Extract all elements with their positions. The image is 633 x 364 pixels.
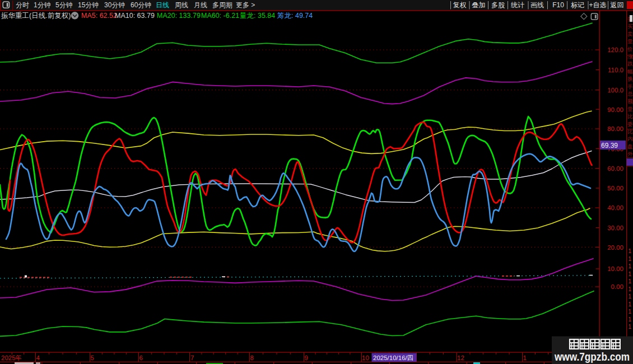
svg-text:1: 1 bbox=[523, 354, 527, 361]
svg-text:更多 >: 更多 > bbox=[236, 1, 255, 9]
svg-text:2025/10/16/四: 2025/10/16/四 bbox=[373, 354, 413, 361]
svg-text:12: 12 bbox=[457, 354, 464, 361]
svg-text:60.00: 60.00 bbox=[607, 165, 623, 172]
svg-text:120.0: 120.0 bbox=[607, 46, 623, 53]
svg-text:内: 内 bbox=[627, 136, 633, 142]
svg-text:60分钟: 60分钟 bbox=[131, 1, 151, 9]
svg-text:10.00: 10.00 bbox=[607, 265, 623, 272]
svg-text:90.00: 90.00 bbox=[607, 106, 623, 113]
svg-text:外: 外 bbox=[627, 151, 633, 157]
svg-text:比: 比 bbox=[627, 113, 633, 119]
svg-text:1: 1 bbox=[629, 263, 632, 269]
svg-text:多周期: 多周期 bbox=[212, 1, 232, 9]
svg-text:标记: 标记 bbox=[571, 1, 584, 9]
svg-text:1: 1 bbox=[629, 256, 632, 262]
svg-text:多股: 多股 bbox=[491, 1, 505, 9]
svg-text:筹龙: 49.74: 筹龙: 49.74 bbox=[277, 12, 313, 20]
svg-text:幅: 幅 bbox=[627, 68, 633, 74]
svg-text:MA20: 133.79: MA20: 133.79 bbox=[157, 12, 201, 20]
svg-text:100.0: 100.0 bbox=[607, 87, 623, 94]
svg-text:MA60: -6.21: MA60: -6.21 bbox=[201, 12, 239, 20]
svg-text:委: 委 bbox=[627, 121, 633, 127]
svg-text:量龙: 35.84: 量龙: 35.84 bbox=[240, 12, 275, 20]
svg-text:1分钟: 1分钟 bbox=[34, 1, 51, 9]
svg-text:15分钟: 15分钟 bbox=[78, 1, 99, 9]
svg-text:返回: 返回 bbox=[611, 1, 624, 9]
svg-text:30.00: 30.00 bbox=[607, 225, 623, 231]
svg-text:周线: 周线 bbox=[175, 1, 188, 9]
svg-text:统计: 统计 bbox=[511, 1, 524, 9]
svg-text:1: 1 bbox=[629, 286, 632, 292]
svg-text:量: 量 bbox=[627, 106, 633, 112]
svg-text:6: 6 bbox=[139, 354, 143, 361]
svg-text:www.7gpzb.com: www.7gpzb.com bbox=[554, 351, 630, 363]
svg-text:1: 1 bbox=[629, 248, 632, 254]
svg-text:30分钟: 30分钟 bbox=[104, 1, 125, 9]
svg-text:50.00: 50.00 bbox=[607, 185, 623, 192]
svg-text:1: 1 bbox=[629, 301, 632, 307]
svg-text:卖: 卖 bbox=[627, 31, 633, 37]
svg-text:额: 额 bbox=[627, 98, 633, 104]
svg-text:价: 价 bbox=[627, 46, 633, 52]
svg-text:4: 4 bbox=[36, 354, 40, 361]
svg-text:40.00: 40.00 bbox=[607, 204, 623, 211]
svg-text:8: 8 bbox=[250, 354, 254, 361]
svg-text:画线: 画线 bbox=[530, 1, 544, 9]
svg-text:1: 1 bbox=[629, 271, 632, 277]
svg-text:69.39: 69.39 bbox=[601, 142, 618, 150]
svg-text:MA5: 62.52: MA5: 62.52 bbox=[81, 12, 117, 20]
svg-text:盘: 盘 bbox=[627, 143, 633, 150]
svg-text:80.00: 80.00 bbox=[607, 125, 623, 132]
svg-text:MA10: 63.79: MA10: 63.79 bbox=[115, 12, 155, 20]
svg-text:20.00: 20.00 bbox=[607, 244, 623, 251]
svg-text:9: 9 bbox=[305, 354, 308, 361]
svg-text:跌: 跌 bbox=[627, 60, 633, 67]
svg-text:换: 换 bbox=[627, 76, 633, 82]
svg-text:10: 10 bbox=[362, 354, 369, 361]
svg-text:1: 1 bbox=[629, 316, 632, 323]
svg-text:5分钟: 5分钟 bbox=[55, 1, 73, 9]
svg-text:1: 1 bbox=[629, 278, 632, 284]
svg-text:总: 总 bbox=[627, 91, 633, 97]
svg-text:涨: 涨 bbox=[627, 53, 633, 59]
svg-text:月线: 月线 bbox=[194, 1, 207, 9]
svg-text:日线: 日线 bbox=[156, 1, 169, 9]
svg-text:复权: 复权 bbox=[453, 1, 467, 9]
svg-text:手: 手 bbox=[627, 83, 633, 90]
svg-text:7: 7 bbox=[190, 354, 194, 361]
svg-text:分时: 分时 bbox=[16, 1, 29, 9]
svg-text:+自选: +自选 bbox=[589, 1, 606, 9]
svg-text:5: 5 bbox=[91, 354, 94, 361]
svg-text:1: 1 bbox=[629, 293, 632, 300]
svg-text:1: 1 bbox=[629, 309, 632, 315]
svg-text:买: 买 bbox=[627, 23, 633, 29]
svg-text:叠加: 叠加 bbox=[472, 1, 486, 9]
svg-text:振华重工(日线.前复权): 振华重工(日线.前复权) bbox=[1, 12, 71, 20]
svg-text:1: 1 bbox=[629, 324, 632, 330]
svg-text:2025年: 2025年 bbox=[1, 354, 22, 361]
svg-text:110.0: 110.0 bbox=[608, 67, 623, 73]
svg-text:量: 量 bbox=[627, 38, 633, 44]
svg-text:F10: F10 bbox=[552, 1, 564, 9]
svg-text:0.00: 0.00 bbox=[611, 283, 623, 290]
